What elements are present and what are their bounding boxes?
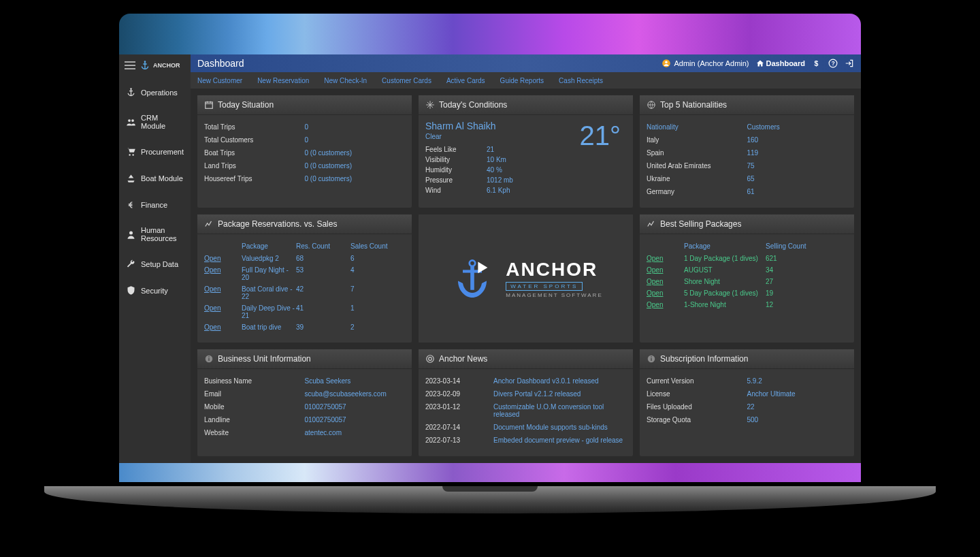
menu-toggle-button[interactable] (125, 61, 135, 69)
news-row: 2022-07-14Document Module supports sub-k… (425, 421, 626, 434)
help-button[interactable]: ? (828, 59, 838, 68)
data-row: Files Uploaded22 (647, 400, 847, 413)
svg-rect-10 (470, 266, 474, 290)
sidebar-item-label: Boat Module (141, 174, 183, 182)
sidebar-item-human-resources[interactable]: Human Resources (119, 218, 191, 251)
svg-point-1 (131, 119, 134, 122)
news-link[interactable]: Document Module supports sub-kinds (493, 424, 626, 431)
laptop-base (44, 486, 936, 513)
svg-point-2 (129, 231, 133, 234)
news-link[interactable]: Customizable U.O.M conversion tool relea… (493, 403, 626, 418)
sidebar-item-boat-module[interactable]: Boat Module (119, 165, 191, 191)
weather-condition: Clear (425, 133, 580, 140)
user-name: Admin (Anchor Admin) (674, 59, 749, 67)
open-link[interactable]: Open (204, 255, 220, 262)
temperature: 21° (580, 121, 621, 151)
open-link[interactable]: Open (204, 285, 220, 293)
logo-subtitle-2: MANAGEMENT SOFTWARE (506, 292, 602, 298)
dashboard-link[interactable]: Dashboard (756, 59, 805, 67)
sidebar: ANCHOR OperationsCRM ModuleProcurementBo… (119, 54, 191, 463)
open-link[interactable]: Open (647, 266, 663, 274)
subnav-customer-cards[interactable]: Customer Cards (382, 77, 431, 84)
app-screen: ANCHOR OperationsCRM ModuleProcurementBo… (119, 54, 861, 463)
boat-icon (126, 173, 136, 183)
home-icon (756, 59, 764, 67)
brand-logo: ANCHOR (140, 60, 180, 71)
table-row: OpenBoat trip dive392 (204, 321, 405, 333)
people-icon (126, 229, 136, 240)
svg-point-19 (651, 356, 652, 357)
sidebar-item-procurement[interactable]: Procurement (119, 138, 191, 165)
open-link[interactable]: Open (647, 289, 663, 297)
anchor-icon (126, 87, 136, 97)
news-link[interactable]: Anchor Dashboard v3.0.1 released (493, 377, 626, 385)
data-row: Boat Trips0 (0 customers) (204, 146, 405, 159)
sidebar-item-label: Security (141, 287, 168, 295)
open-link[interactable]: Open (647, 255, 663, 262)
brand-logo-card: ANCHOR WATER SPORTS MANAGEMENT SOFTWARE (419, 214, 633, 343)
open-link[interactable]: Open (204, 266, 220, 274)
open-link[interactable]: Open (647, 278, 663, 285)
logo-title: ANCHOR (506, 259, 602, 281)
subnav-active-cards[interactable]: Active Cards (446, 77, 485, 84)
user-badge[interactable]: Admin (Anchor Admin) (662, 59, 749, 68)
subnav-new-customer[interactable]: New Customer (197, 77, 242, 84)
subnav-guide-reports[interactable]: Guide Reports (500, 77, 544, 84)
logout-button[interactable] (845, 59, 854, 68)
sidebar-item-crm-module[interactable]: CRM Module (119, 106, 191, 138)
table-row: Open5 Day Package (1 dives)19 (647, 287, 847, 299)
open-link[interactable]: Open (204, 323, 220, 331)
data-row: Total Trips0 (204, 121, 405, 133)
info-icon (204, 354, 214, 364)
user-icon (662, 59, 671, 68)
data-row: Ukraine65 (647, 172, 847, 185)
laptop-frame: ANCHOR OperationsCRM ModuleProcurementBo… (114, 8, 866, 488)
currency-button[interactable]: $ (812, 59, 821, 68)
condition-row: Visibility10 Km (425, 155, 580, 165)
svg-rect-13 (208, 358, 209, 361)
svg-point-16 (429, 357, 432, 361)
condition-row: Pressure1012 mb (425, 175, 580, 185)
cart-icon (126, 146, 136, 157)
wrench-icon (126, 259, 136, 269)
data-row: Spain119 (647, 146, 847, 159)
subnav-cash-receipts[interactable]: Cash Receipts (559, 77, 603, 84)
news-link[interactable]: Embeded document preview - gold release (493, 436, 626, 444)
wallpaper-bottom (119, 463, 861, 482)
table-row: OpenShore Night27 (647, 276, 847, 287)
data-row: Mobile01002750057 (204, 400, 405, 413)
svg-point-14 (208, 356, 210, 357)
sidebar-item-operations[interactable]: Operations (119, 79, 191, 106)
condition-row: Humidity40 % (425, 165, 580, 175)
open-link[interactable]: Open (647, 301, 663, 308)
open-link[interactable]: Open (204, 304, 220, 312)
data-row: Current Version5.9.2 (647, 375, 847, 387)
brand-text: ANCHOR (153, 62, 180, 69)
table-row: OpenBoat Coral dive - 22427 (204, 283, 405, 302)
subscription-card: Subscription Information Current Version… (640, 349, 854, 456)
news-row: 2023-03-14Anchor Dashboard v3.0.1 releas… (425, 375, 626, 387)
shield-icon (126, 285, 136, 296)
news-row: 2022-07-13Embeded document preview - gol… (425, 434, 626, 447)
page-title: Dashboard (197, 58, 244, 69)
sidebar-item-security[interactable]: Security (119, 277, 191, 304)
sidebar-item-label: CRM Module (141, 114, 184, 130)
table-row: OpenAUGUST34 (647, 264, 847, 276)
wallpaper-top (119, 14, 861, 54)
chart-icon (204, 219, 214, 229)
sidebar-item-finance[interactable]: Finance (119, 191, 191, 218)
table-row: Open1-Shore Night12 (647, 299, 847, 311)
news-icon (425, 354, 435, 364)
subnav-new-reservation[interactable]: New Reservation (257, 77, 309, 84)
news-card: Anchor News 2023-03-14Anchor Dashboard v… (419, 349, 633, 456)
news-link[interactable]: Divers Portal v2.1.2 released (493, 390, 626, 398)
subnav-new-check-in[interactable]: New Check-In (324, 77, 367, 84)
globe-icon (647, 100, 656, 110)
users-icon (126, 117, 136, 127)
table-row: OpenDaily Deep Dive - 21411 (204, 302, 405, 321)
svg-point-0 (128, 119, 131, 122)
sidebar-item-setup-data[interactable]: Setup Data (119, 251, 191, 277)
data-row: Landline01002750057 (204, 413, 405, 426)
table-row: OpenValuedpkg 2686 (204, 253, 405, 264)
news-row: 2023-02-09Divers Portal v2.1.2 released (425, 387, 626, 400)
